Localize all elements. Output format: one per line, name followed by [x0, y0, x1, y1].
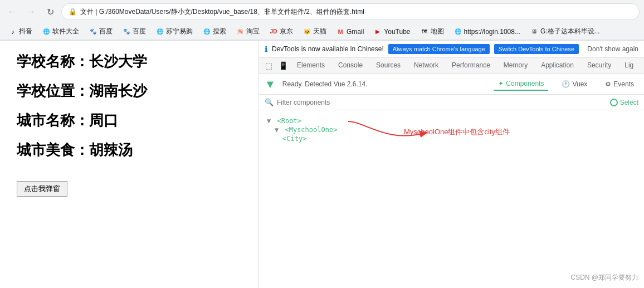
line-city-food: 城市美食：胡辣汤	[17, 140, 242, 160]
devtools-panel: ℹ DevTools is now available in Chinese! …	[259, 41, 644, 288]
tab-application[interactable]: Application	[534, 58, 580, 74]
taobao-icon: 淘	[236, 28, 244, 36]
bookmark-label: 地图	[431, 27, 444, 36]
bookmark-label: 抖音	[19, 27, 32, 36]
devtools-notice: ℹ DevTools is now available in Chinese! …	[259, 41, 644, 58]
search-bookmark-icon: 🌐	[203, 28, 211, 36]
bookmark-label: Gmail	[347, 28, 364, 36]
vue-tabs: ✦ Components 🕐 Vuex ⚙ Events	[494, 77, 638, 91]
annotation-text: MyschoolOne组件中包含city组件	[404, 127, 510, 137]
match-language-button[interactable]: Always match Chrome's language	[388, 44, 490, 54]
component-tree: ▼ <Root> ▼ <MyschoolOne> <City>	[259, 110, 644, 288]
bookmark-label: 京东	[280, 27, 293, 36]
nav-bar: ← → ↻ 🔒 文件 | G:/360MoveData/Users/静小文/De…	[0, 0, 644, 23]
bookmark-login[interactable]: 🌐 https://login.1008...	[450, 26, 525, 37]
vue-tab-events[interactable]: ⚙ Events	[601, 77, 638, 91]
vue-ready-text: Ready. Detected Vue 2.6.14.	[282, 80, 368, 88]
bookmark-taobao[interactable]: 淘 淘宝	[232, 25, 264, 38]
select-label: Select	[620, 99, 638, 106]
gezi-icon: 🖥	[530, 28, 538, 36]
bookmark-bar: ♪ 抖音 🌐 软件大全 🐾 百度 🐾 百度 🌐 苏宁易购 🌐 搜索 淘 淘宝 J…	[0, 23, 644, 40]
vue-toolbar: ▼ Ready. Detected Vue 2.6.14. ✦ Componen…	[259, 74, 644, 95]
vue-tab-components[interactable]: ✦ Components	[494, 77, 548, 91]
login-icon: 🌐	[454, 28, 462, 36]
vue-tab-vuex[interactable]: 🕐 Vuex	[557, 77, 592, 91]
bookmark-label: 天猫	[313, 27, 326, 36]
inspect-icon[interactable]: ⬚	[262, 60, 275, 72]
baidu-icon2: 🐾	[123, 28, 130, 36]
bookmark-suning[interactable]: 🌐 苏宁易购	[152, 25, 197, 38]
lock-icon: 🔒	[69, 8, 77, 16]
tab-console[interactable]: Console	[331, 58, 369, 74]
notice-info-icon: ℹ	[265, 45, 267, 53]
notice-text: DevTools is now available in Chinese!	[272, 45, 384, 53]
bookmark-label: 苏宁易购	[166, 27, 193, 36]
bookmark-maps[interactable]: 🗺 地图	[416, 25, 448, 38]
tab-memory[interactable]: Memory	[497, 58, 534, 74]
bookmark-software[interactable]: 🌐 软件大全	[38, 25, 84, 38]
page-content: 学校名称：长沙大学 学校位置：湖南长沙 城市名称：周口 城市美食：胡辣汤 点击我…	[0, 41, 259, 288]
bookmark-youtube[interactable]: ▶ YouTube	[369, 26, 414, 37]
tab-security[interactable]: Security	[580, 58, 618, 74]
events-icon: ⚙	[605, 80, 611, 88]
components-label: Components	[506, 80, 544, 87]
search-input[interactable]	[277, 99, 607, 106]
select-button[interactable]: Select	[610, 99, 638, 106]
bookmark-gezi[interactable]: 🖥 G:格子达本科毕设...	[526, 25, 604, 38]
line-school-location: 学校位置：湖南长沙	[17, 81, 242, 101]
maps-icon: 🗺	[421, 28, 428, 36]
city-tag: <City>	[282, 135, 306, 143]
line-school-name: 学校名称：长沙大学	[17, 52, 242, 71]
bookmark-label: https://login.1008...	[464, 28, 520, 36]
address-bar[interactable]: 🔒 文件 | G:/360MoveData/Users/静小文/Desktop/…	[61, 3, 640, 20]
bookmark-label: 百度	[99, 27, 113, 36]
vue-logo: ▼	[265, 78, 276, 91]
tab-network[interactable]: Network	[407, 58, 445, 74]
popup-button[interactable]: 点击我弹窗	[17, 181, 67, 197]
baidu-icon1: 🐾	[89, 28, 97, 36]
dismiss-button[interactable]: Don't show again	[587, 45, 638, 53]
vuex-label: Vuex	[572, 80, 587, 88]
gmail-icon: M	[336, 28, 344, 36]
reload-button[interactable]: ↻	[42, 4, 58, 19]
tab-performance[interactable]: Performance	[445, 58, 497, 74]
line-city-name: 城市名称：周口	[17, 111, 242, 130]
jd-icon: JD	[270, 28, 277, 36]
bookmark-label: 搜索	[213, 27, 226, 36]
bookmark-tiktok[interactable]: ♪ 抖音	[4, 25, 37, 38]
bookmark-label: YouTube	[384, 28, 410, 36]
bookmark-label: G:格子达本科毕设...	[540, 27, 600, 36]
bookmark-tianmao[interactable]: 🐱 天猫	[299, 25, 331, 38]
tianmao-icon: 🐱	[303, 28, 311, 36]
device-icon[interactable]: 📱	[277, 60, 289, 72]
back-button[interactable]: ←	[4, 4, 20, 19]
root-tag: <Root>	[277, 117, 301, 125]
bookmark-search[interactable]: 🌐 搜索	[198, 25, 231, 38]
vuex-icon: 🕐	[562, 80, 570, 88]
bookmark-baidu1[interactable]: 🐾 百度	[85, 25, 117, 38]
tiktok-icon: ♪	[9, 28, 17, 36]
events-label: Events	[613, 80, 634, 88]
software-icon: 🌐	[42, 28, 50, 36]
bookmark-baidu2[interactable]: 🐾 百度	[118, 25, 150, 38]
components-icon: ✦	[498, 80, 504, 87]
suning-icon: 🌐	[156, 28, 164, 36]
forward-button[interactable]: →	[23, 4, 39, 19]
tab-sources[interactable]: Sources	[369, 58, 407, 74]
component-search-bar: 🔍 Select	[259, 95, 644, 110]
devtools-tabs: ⬚ 📱 Elements Console Sources Network Per…	[259, 58, 644, 74]
switch-chinese-button[interactable]: Switch DevTools to Chinese	[494, 44, 579, 54]
tab-elements[interactable]: Elements	[290, 58, 331, 74]
myschool-tag: <MyschoolOne>	[285, 126, 337, 134]
bookmark-label: 软件大全	[52, 27, 79, 36]
youtube-icon: ▶	[374, 28, 382, 36]
select-circle-icon	[610, 99, 618, 106]
csdn-footer: CSDN @郑同学要努力	[570, 273, 638, 282]
bookmark-label: 百度	[133, 27, 146, 36]
search-icon: 🔍	[265, 98, 274, 106]
bookmark-jd[interactable]: JD 京东	[265, 25, 297, 38]
tab-lig[interactable]: Lig	[618, 58, 640, 74]
address-text: 文件 | G:/360MoveData/Users/静小文/Desktop/vu…	[80, 7, 364, 17]
bookmark-gmail[interactable]: M Gmail	[332, 26, 368, 37]
myschool-arrow: ▼	[275, 126, 279, 134]
